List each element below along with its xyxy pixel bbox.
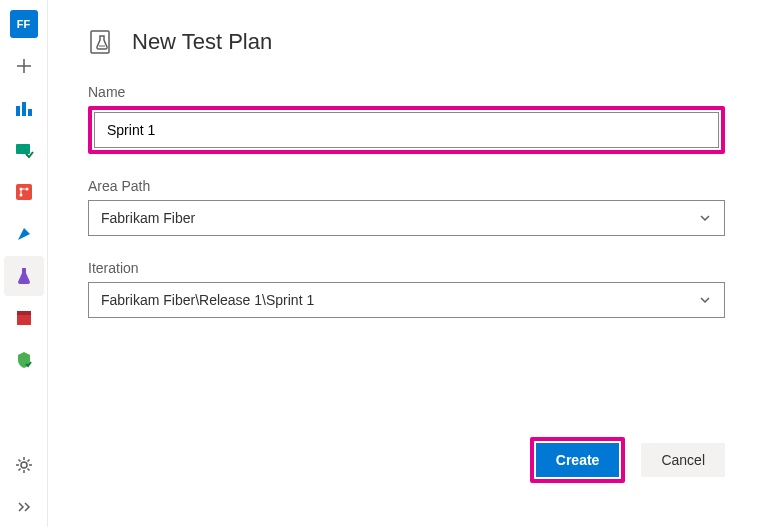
card-check-icon (14, 140, 34, 160)
svg-rect-0 (16, 106, 20, 116)
name-label: Name (88, 84, 725, 100)
svg-rect-9 (17, 311, 31, 315)
svg-rect-3 (16, 144, 30, 154)
boards-icon (14, 98, 34, 118)
create-button[interactable]: Create (536, 443, 620, 477)
field-iteration: Iteration Fabrikam Fiber\Release 1\Sprin… (88, 260, 725, 318)
package-icon (14, 308, 34, 328)
branch-icon (14, 182, 34, 202)
form-actions: Create Cancel (88, 437, 725, 503)
plus-icon (16, 58, 32, 74)
shield-check-icon (14, 350, 34, 370)
sidebar-item-work-items[interactable] (4, 130, 44, 170)
chevron-double-right-icon (16, 499, 32, 515)
sidebar-item-pipelines[interactable] (4, 214, 44, 254)
test-plan-icon (88, 28, 116, 56)
area-path-value: Fabrikam Fiber (101, 210, 195, 226)
flask-icon (14, 266, 34, 286)
sidebar-item-add[interactable] (4, 46, 44, 86)
main-content: New Test Plan Name Area Path Fabrikam Fi… (48, 0, 765, 527)
page-title: New Test Plan (132, 29, 272, 55)
chevron-down-icon (698, 211, 712, 225)
iteration-dropdown[interactable]: Fabrikam Fiber\Release 1\Sprint 1 (88, 282, 725, 318)
area-path-label: Area Path (88, 178, 725, 194)
sidebar-item-collapse[interactable] (4, 487, 44, 527)
sidebar: FF (0, 0, 48, 527)
name-input[interactable] (94, 112, 719, 148)
iteration-label: Iteration (88, 260, 725, 276)
sidebar-item-artifacts[interactable] (4, 298, 44, 338)
sidebar-item-compliance[interactable] (4, 340, 44, 380)
sidebar-item-boards[interactable] (4, 88, 44, 128)
logo-badge: FF (10, 10, 38, 38)
cancel-button[interactable]: Cancel (641, 443, 725, 477)
svg-rect-4 (16, 184, 32, 200)
area-path-dropdown[interactable]: Fabrikam Fiber (88, 200, 725, 236)
sidebar-item-settings[interactable] (4, 445, 44, 485)
svg-rect-1 (22, 102, 26, 116)
iteration-value: Fabrikam Fiber\Release 1\Sprint 1 (101, 292, 314, 308)
rocket-icon (14, 224, 34, 244)
page-header: New Test Plan (88, 28, 725, 56)
sidebar-item-test-plans[interactable] (4, 256, 44, 296)
project-logo[interactable]: FF (4, 4, 44, 44)
svg-rect-8 (17, 314, 31, 325)
create-highlight: Create (530, 437, 626, 483)
svg-rect-2 (28, 109, 32, 116)
field-name: Name (88, 84, 725, 154)
name-highlight (88, 106, 725, 154)
gear-icon (15, 456, 33, 474)
field-area-path: Area Path Fabrikam Fiber (88, 178, 725, 236)
sidebar-item-repos[interactable] (4, 172, 44, 212)
chevron-down-icon (698, 293, 712, 307)
svg-point-10 (21, 462, 27, 468)
